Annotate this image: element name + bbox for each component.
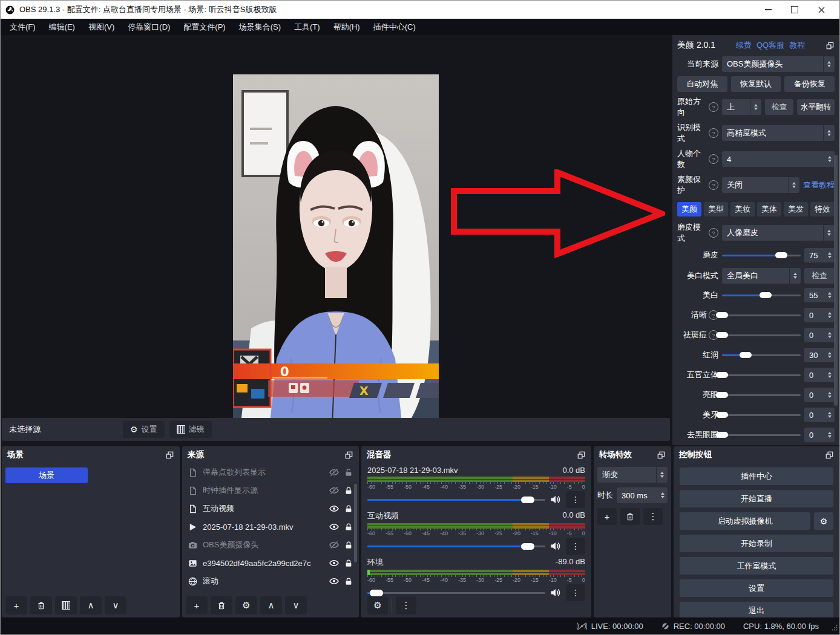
menu-item[interactable]: 配置文件(P) <box>177 19 232 35</box>
tab-美发[interactable]: 美发 <box>784 202 808 217</box>
control-button-退出[interactable]: 退出 <box>680 602 833 619</box>
add-transition-button[interactable]: + <box>597 508 617 525</box>
slider-去黑眼圈[interactable] <box>722 431 801 439</box>
scene-filters-button[interactable] <box>55 596 77 614</box>
renew-link[interactable]: 续费 <box>736 40 752 51</box>
current-source-dropdown[interactable]: OBS美颜摄像头 <box>722 56 835 72</box>
popout-icon[interactable] <box>825 41 835 50</box>
menu-item[interactable]: 插件中心(C) <box>367 19 422 35</box>
qq-support-link[interactable]: QQ客服 <box>756 40 784 51</box>
help-icon[interactable]: ? <box>709 228 718 238</box>
lock-icon[interactable] <box>344 541 353 550</box>
popout-icon[interactable] <box>165 451 174 460</box>
slider-五官立体[interactable] <box>722 371 801 379</box>
slider-亮眼[interactable] <box>722 391 801 399</box>
eye-icon[interactable] <box>329 522 339 532</box>
add-source-button[interactable]: + <box>186 596 208 614</box>
add-scene-button[interactable]: + <box>5 596 27 614</box>
volume-slider[interactable] <box>367 541 545 551</box>
source-filters-button[interactable]: 滤镜 <box>169 421 212 438</box>
channel-options-button[interactable]: ⋮ <box>566 491 585 508</box>
eye-icon[interactable] <box>329 558 339 568</box>
eye-icon[interactable] <box>329 576 339 586</box>
minimize-button[interactable] <box>755 1 781 18</box>
lock-icon[interactable] <box>344 504 353 513</box>
bare-face-protect-dropdown[interactable]: 关闭 <box>722 177 799 193</box>
source-properties-button[interactable]: ⚙ <box>235 596 257 614</box>
popout-icon[interactable] <box>825 451 834 460</box>
close-button[interactable] <box>808 1 835 18</box>
horizontal-flip-button[interactable]: 水平翻转 <box>797 99 835 115</box>
remove-source-button[interactable] <box>211 596 232 614</box>
slider-value[interactable]: 55 <box>804 288 835 302</box>
slider-磨皮[interactable] <box>722 251 801 259</box>
channel-options-button[interactable]: ⋮ <box>566 584 585 601</box>
person-count-spinner[interactable]: 4 <box>722 151 835 167</box>
help-icon[interactable]: ? <box>709 154 718 164</box>
autofocus-button[interactable]: 自动对焦 <box>677 76 727 92</box>
tutorial-link[interactable]: 教程 <box>789 40 805 51</box>
control-button-插件中心[interactable]: 插件中心 <box>680 467 833 485</box>
detect-mode-dropdown[interactable]: 高精度模式 <box>722 125 835 141</box>
lock-icon[interactable] <box>344 559 353 568</box>
lock-open-icon[interactable] <box>344 468 353 477</box>
slider-红润[interactable] <box>722 351 801 359</box>
slider-value[interactable]: 0 <box>804 428 835 442</box>
help-icon[interactable]: ? <box>709 180 718 190</box>
lock-icon[interactable] <box>344 523 353 532</box>
eye-off-icon[interactable] <box>329 467 339 477</box>
control-button-开始直播[interactable]: 开始直播 <box>680 490 833 507</box>
help-icon[interactable]: ? <box>709 128 718 138</box>
move-source-up-button[interactable]: ∧ <box>260 596 282 614</box>
source-row[interactable]: 互动视频 <box>182 500 359 518</box>
control-button-工作室模式[interactable]: 工作室模式 <box>680 557 833 575</box>
menu-item[interactable]: 工具(T) <box>287 19 327 35</box>
maximize-button[interactable] <box>781 1 808 18</box>
backup-restore-button[interactable]: 备份恢复 <box>784 76 835 92</box>
scene-item[interactable]: 场景 <box>5 467 88 483</box>
slider-value[interactable]: 0 <box>804 328 835 342</box>
restore-default-button[interactable]: 恢复默认 <box>731 76 781 92</box>
slider-祛斑痘[interactable] <box>722 331 801 339</box>
orientation-dropdown[interactable]: 上 <box>722 99 761 115</box>
menu-item[interactable]: 文件(F) <box>3 19 42 35</box>
remove-scene-button[interactable] <box>30 596 52 614</box>
source-row[interactable]: OBS美颜摄像头 <box>182 536 359 554</box>
speaker-icon[interactable] <box>550 541 561 551</box>
slider-美牙[interactable] <box>722 411 801 419</box>
view-tutorial-link[interactable]: 查看教程 <box>803 180 835 190</box>
whiten-mode-dropdown[interactable]: 全局美白 <box>722 268 801 284</box>
orientation-check-button[interactable]: 检查 <box>765 99 793 115</box>
source-row[interactable]: 2025-07-18 21-29-03.mkv <box>182 518 359 536</box>
slider-value[interactable]: 0 <box>804 308 835 322</box>
popout-icon[interactable] <box>577 451 586 460</box>
virtual-camera-config-button[interactable]: ⚙ <box>814 512 833 530</box>
menu-item[interactable]: 视图(V) <box>82 19 121 35</box>
mixer-menu-button[interactable]: ⋮ <box>396 596 416 614</box>
whiten-check-button[interactable]: 检查 <box>804 268 835 284</box>
control-button-设置[interactable]: 设置 <box>680 579 833 597</box>
smooth-mode-dropdown[interactable]: 人像磨皮 <box>722 225 835 241</box>
slider-美白[interactable] <box>722 291 801 299</box>
control-button-启动虚拟摄像机[interactable]: 启动虚拟摄像机 <box>680 512 810 530</box>
slider-清晰[interactable] <box>722 311 801 319</box>
slider-value[interactable]: 0 <box>804 368 835 382</box>
tab-美型[interactable]: 美型 <box>704 202 728 217</box>
control-button-开始录制[interactable]: 开始录制 <box>680 535 833 552</box>
popout-icon[interactable] <box>657 451 666 460</box>
move-scene-up-button[interactable]: ∧ <box>80 596 102 614</box>
menu-item[interactable]: 帮助(H) <box>327 19 367 35</box>
preview-canvas[interactable]: 0 X <box>1 35 672 418</box>
channel-options-button[interactable]: ⋮ <box>566 538 585 555</box>
transition-menu-button[interactable]: ⋮ <box>643 508 663 525</box>
slider-value[interactable]: 0 <box>804 408 835 422</box>
source-row[interactable]: 弹幕点歌列表显示 <box>182 463 359 481</box>
tab-美体[interactable]: 美体 <box>757 202 781 217</box>
menu-item[interactable]: 编辑(E) <box>42 19 82 35</box>
slider-value[interactable]: 75 <box>804 248 835 262</box>
transition-dropdown[interactable]: 渐变 <box>597 467 668 483</box>
volume-slider[interactable] <box>367 495 545 504</box>
help-icon[interactable]: ? <box>709 102 718 112</box>
speaker-icon[interactable] <box>550 495 561 504</box>
menu-item[interactable]: 场景集合(S) <box>232 19 287 35</box>
